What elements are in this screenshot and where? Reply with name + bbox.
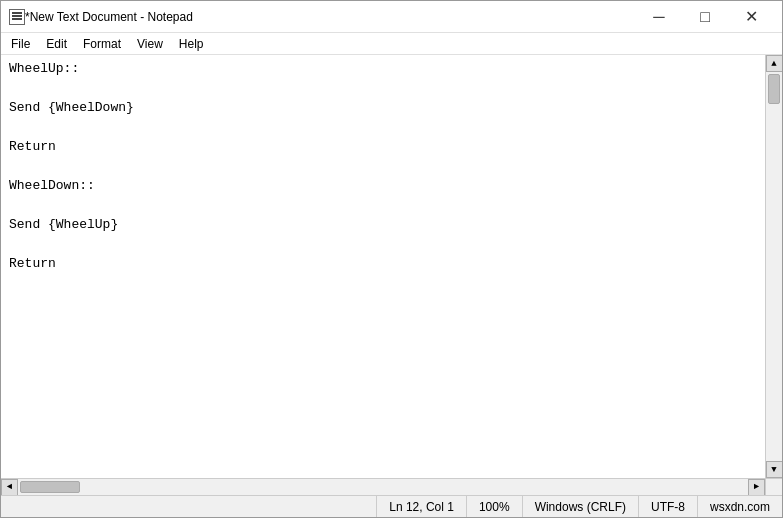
menu-format[interactable]: Format <box>75 33 129 54</box>
notepad-window: *New Text Document - Notepad ─ □ ✕ File … <box>0 0 783 518</box>
scroll-up-button[interactable]: ▲ <box>766 55 783 72</box>
status-zoom: 100% <box>466 496 522 517</box>
scrollbar-corner <box>765 479 782 496</box>
close-button[interactable]: ✕ <box>728 1 774 33</box>
minimize-button[interactable]: ─ <box>636 1 682 33</box>
status-position: Ln 12, Col 1 <box>376 496 466 517</box>
menu-file[interactable]: File <box>3 33 38 54</box>
menu-help[interactable]: Help <box>171 33 212 54</box>
scroll-down-button[interactable]: ▼ <box>766 461 783 478</box>
editor-area: WheelUp:: Send {WheelDown} Return WheelD… <box>1 55 782 478</box>
menu-view[interactable]: View <box>129 33 171 54</box>
scroll-thumb-horizontal[interactable] <box>20 481 80 493</box>
status-line-ending: Windows (CRLF) <box>522 496 638 517</box>
title-bar: *New Text Document - Notepad ─ □ ✕ <box>1 1 782 33</box>
window-title: *New Text Document - Notepad <box>25 10 636 24</box>
app-icon <box>9 9 25 25</box>
menu-edit[interactable]: Edit <box>38 33 75 54</box>
window-controls: ─ □ ✕ <box>636 1 774 33</box>
status-encoding: UTF-8 <box>638 496 697 517</box>
vertical-scrollbar[interactable]: ▲ ▼ <box>765 55 782 478</box>
maximize-button[interactable]: □ <box>682 1 728 33</box>
text-editor[interactable]: WheelUp:: Send {WheelDown} Return WheelD… <box>1 55 765 478</box>
scroll-track-vertical[interactable] <box>766 72 782 461</box>
status-brand: wsxdn.com <box>697 496 782 517</box>
horizontal-scrollbar-container: ◄ ► <box>1 478 782 495</box>
status-bar: Ln 12, Col 1 100% Windows (CRLF) UTF-8 w… <box>1 495 782 517</box>
scroll-thumb-vertical[interactable] <box>768 74 780 104</box>
scroll-track-horizontal[interactable] <box>18 479 748 495</box>
menu-bar: File Edit Format View Help <box>1 33 782 55</box>
scroll-left-button[interactable]: ◄ <box>1 479 18 496</box>
scroll-right-button[interactable]: ► <box>748 479 765 496</box>
